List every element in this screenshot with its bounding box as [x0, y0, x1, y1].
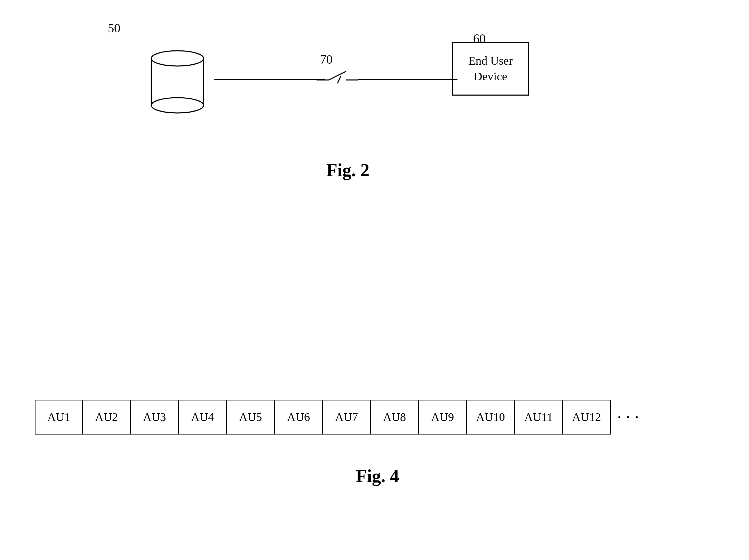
au-cell-1: AU1 [35, 400, 83, 435]
connection-line-left [214, 79, 325, 80]
end-user-device-text: End UserDevice [468, 53, 512, 84]
au-cell-12: AU12 [563, 400, 611, 435]
database-symbol [150, 35, 205, 104]
fig2-caption: Fig. 2 [87, 160, 609, 180]
svg-line-5 [337, 76, 341, 83]
fig4-diagram: AU1 AU2 AU3 AU4 AU5 AU6 AU7 AU8 AU9 AU10… [21, 382, 734, 514]
au-cell-5: AU5 [227, 400, 275, 435]
au-cell-7: AU7 [323, 400, 371, 435]
fig4-caption: Fig. 4 [21, 466, 734, 486]
db-number-label: 50 [108, 21, 120, 35]
svg-line-4 [329, 71, 346, 80]
svg-point-1 [151, 98, 204, 113]
au-cell-6: AU6 [275, 400, 323, 435]
au-cell-2: AU2 [83, 400, 131, 435]
au-cell-8: AU8 [371, 400, 419, 435]
end-user-device-box: End UserDevice [452, 42, 529, 96]
au-cell-4: AU4 [179, 400, 227, 435]
au-cell-3: AU3 [131, 400, 179, 435]
au-cell-10: AU10 [467, 400, 515, 435]
au-sequence-row: AU1 AU2 AU3 AU4 AU5 AU6 AU7 AU8 AU9 AU10… [35, 400, 639, 435]
break-switch-symbol [317, 63, 358, 97]
page: 50 70 [0, 0, 749, 560]
fig2-diagram: 50 70 [87, 21, 609, 167]
au-continuation-dots: · · · [617, 408, 639, 426]
svg-point-2 [151, 51, 204, 66]
au-cell-11: AU11 [515, 400, 563, 435]
cylinder-svg [150, 44, 205, 114]
connection-line-right [358, 79, 457, 80]
au-cell-9: AU9 [419, 400, 467, 435]
